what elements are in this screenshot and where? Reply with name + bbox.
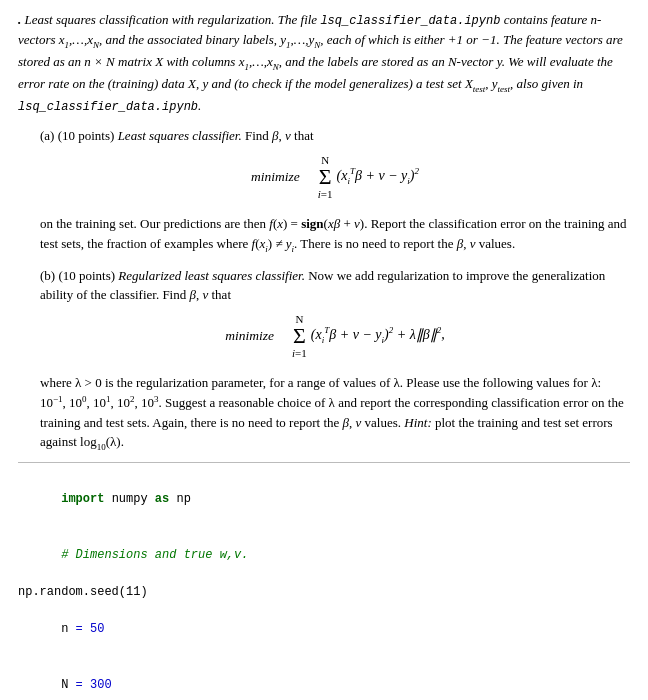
- part-a-math: minimize N Σ i=1: [40, 154, 630, 206]
- code-line-2: # Dimensions and true w,v.: [18, 527, 630, 583]
- part-b-label: (b) (10 points) Regularized least square…: [40, 266, 630, 305]
- part-a-after: on the training set. Our predictions are…: [40, 214, 630, 256]
- problem-container: . Least squares classification with regu…: [18, 10, 630, 700]
- part-b-math: minimize N Σ i=1: [40, 313, 630, 365]
- code-line-5: N = 300: [18, 657, 630, 700]
- code-block: import numpy as np # Dimensions and true…: [18, 462, 630, 700]
- part-a: (a) (10 points) Least squares classifier…: [40, 126, 630, 256]
- part-b: (b) (10 points) Regularized least square…: [40, 266, 630, 454]
- code-line-1: import numpy as np: [18, 471, 630, 527]
- part-a-label: (a) (10 points) Least squares classifier…: [40, 126, 630, 146]
- code-line-3: np.random.seed(11): [18, 583, 630, 602]
- problem-title: . Least squares classification with regu…: [18, 10, 630, 116]
- part-b-after: where λ > 0 is the regularization parame…: [40, 373, 630, 454]
- code-line-4: n = 50: [18, 601, 630, 657]
- problem-title-text: . Least squares classification with regu…: [18, 12, 623, 113]
